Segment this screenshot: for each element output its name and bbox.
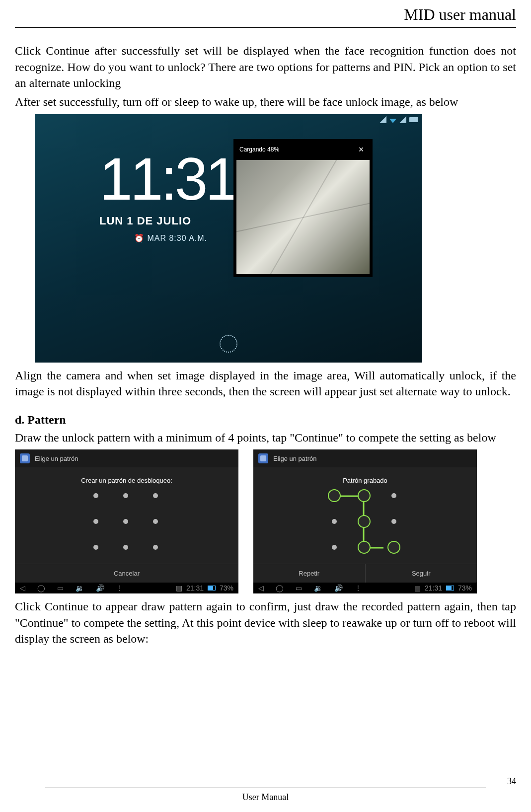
battery-icon: [446, 586, 454, 591]
clock-date: LUN 1 DE JULIO: [99, 214, 236, 228]
paragraph-3: Align the camera and when set image disp…: [15, 368, 516, 400]
pattern-dot[interactable]: [153, 519, 158, 524]
page-number: 34: [507, 775, 516, 787]
volume-up-icon[interactable]: 🔊: [96, 584, 104, 593]
volume-down-icon[interactable]: 🔉: [76, 584, 84, 593]
pattern-dot[interactable]: [153, 545, 158, 550]
pattern-dot[interactable]: [123, 493, 128, 498]
recent-icon[interactable]: ▭: [296, 584, 302, 593]
pattern-dot[interactable]: [93, 493, 98, 498]
pattern-dot-active[interactable]: [358, 515, 371, 528]
pattern-dot-active[interactable]: [358, 541, 371, 554]
pattern-dot[interactable]: [332, 519, 337, 524]
pattern-dot-active[interactable]: [358, 489, 371, 502]
cancel-button[interactable]: Cancelar: [15, 564, 238, 583]
status-battery: 73%: [220, 584, 233, 593]
battery-icon: [409, 117, 418, 122]
paragraph-4: Draw the unlock pattern with a minimum o…: [15, 430, 516, 445]
paragraph-1: Click Continue after successfully set wi…: [15, 43, 516, 91]
pattern-dot[interactable]: [123, 519, 128, 524]
back-icon[interactable]: ◁: [258, 584, 264, 593]
nav-bar: ◁ ◯ ▭ 🔉 🔊 ⋮ ▤ 21:31 73%: [253, 583, 477, 593]
pattern-screenshots-row: Elige un patrón Crear un patrón de desbl…: [15, 449, 516, 593]
clock-hour: 11: [99, 146, 160, 212]
screen-subtitle: Crear un patrón de desbloqueo:: [15, 467, 238, 487]
page-footer: User Manual: [15, 788, 516, 803]
pattern-dot[interactable]: [93, 519, 98, 524]
pattern-dot-active[interactable]: [328, 489, 341, 502]
status-time: 21:31: [425, 584, 442, 593]
pattern-dot[interactable]: [391, 519, 396, 524]
pattern-grid[interactable]: [328, 490, 402, 555]
section-d-pattern: d. Pattern: [15, 412, 516, 428]
camera-status-label: Cargando 48%: [239, 146, 279, 153]
pattern-dot-active[interactable]: [387, 541, 400, 554]
sd-icon: ▤: [176, 584, 182, 593]
nav-bar: ◁ ◯ ▭ 🔉 🔊 ⋮ ▤ 21:31 73%: [15, 583, 238, 593]
button-row: Repetir Seguir: [253, 564, 477, 583]
pattern-dot[interactable]: [123, 545, 128, 550]
face-camera-panel: Cargando 48% ×: [233, 139, 373, 277]
footer-label: User Manual: [242, 792, 289, 802]
settings-icon: [20, 453, 30, 463]
status-time: 21:31: [186, 584, 204, 593]
alarm-text: MAR 8:30 A.M.: [147, 234, 207, 242]
clock-min: :31: [160, 146, 236, 212]
volume-down-icon[interactable]: 🔉: [314, 584, 322, 593]
battery-icon: [208, 586, 216, 591]
screenshot-pattern-create: Elige un patrón Crear un patrón de desbl…: [15, 449, 238, 593]
screenshot-face-unlock: 11:31 LUN 1 DE JULIO ⏰ MAR 8:30 A.M. Car…: [35, 114, 422, 363]
pattern-dot[interactable]: [332, 545, 337, 550]
continue-button[interactable]: Seguir: [366, 564, 477, 583]
sd-icon: ▤: [414, 584, 421, 593]
alarm-icon: [379, 116, 386, 123]
header-rule: [15, 27, 516, 28]
footer-rule: [45, 788, 486, 788]
titlebar: Elige un patrón: [15, 449, 238, 467]
screen-subtitle: Patrón grabado: [253, 467, 477, 487]
status-bar: [379, 116, 418, 123]
screen-title: Elige un patrón: [273, 454, 316, 463]
more-icon[interactable]: ⋮: [116, 584, 123, 593]
pattern-grid[interactable]: [89, 490, 164, 555]
titlebar: Elige un patrón: [253, 449, 477, 467]
close-icon[interactable]: ×: [356, 144, 367, 155]
pattern-dot[interactable]: [153, 493, 158, 498]
more-icon[interactable]: ⋮: [355, 584, 362, 593]
camera-preview: [236, 160, 370, 274]
back-icon[interactable]: ◁: [20, 584, 25, 593]
recent-icon[interactable]: ▭: [57, 584, 64, 593]
wifi-icon: [389, 116, 396, 123]
home-icon[interactable]: ◯: [276, 584, 284, 593]
paragraph-5: Click Continue to appear draw pattern ag…: [15, 598, 516, 647]
clock-alarm: ⏰ MAR 8:30 A.M.: [134, 233, 236, 244]
lock-clock: 11:31 LUN 1 DE JULIO ⏰ MAR 8:30 A.M.: [99, 149, 236, 244]
signal-icon: [399, 116, 406, 123]
paragraph-2: After set successfully, turn off or slee…: [15, 94, 516, 110]
unlock-ring-icon[interactable]: [220, 335, 237, 353]
pattern-dot[interactable]: [391, 493, 396, 498]
status-battery: 73%: [458, 584, 472, 593]
volume-up-icon[interactable]: 🔊: [334, 584, 343, 593]
repeat-button[interactable]: Repetir: [253, 564, 366, 583]
page-header-title: MID user manual: [15, 4, 516, 27]
home-icon[interactable]: ◯: [37, 584, 45, 593]
screenshot-pattern-recorded: Elige un patrón Patrón grabado Repetir S…: [253, 449, 477, 593]
screen-title: Elige un patrón: [35, 454, 78, 463]
pattern-dot[interactable]: [93, 545, 98, 550]
button-row: Cancelar: [15, 564, 238, 583]
settings-icon: [258, 453, 268, 463]
